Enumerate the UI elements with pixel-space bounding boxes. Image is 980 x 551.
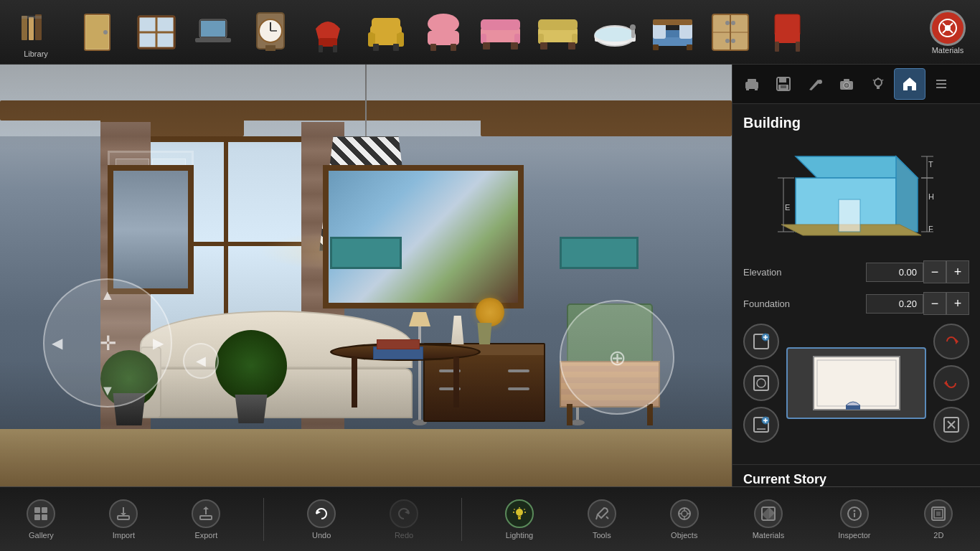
materials-label: Materials — [932, 46, 964, 55]
furniture-clock[interactable] — [244, 7, 298, 57]
inspector-label: Inspector — [838, 531, 870, 540]
svg-point-62 — [731, 39, 735, 43]
svg-rect-34 — [481, 34, 486, 44]
svg-line-86 — [882, 80, 884, 81]
furniture-armchair-yellow[interactable] — [359, 7, 413, 57]
svg-rect-112 — [754, 376, 768, 390]
svg-line-85 — [873, 80, 875, 81]
lighting-button[interactable]: Lighting — [494, 496, 545, 543]
panel-tool-furniture[interactable] — [736, 68, 768, 100]
elevation-increase[interactable]: + — [946, 260, 969, 283]
nav-left[interactable]: ◀ — [52, 334, 62, 352]
furniture-chair-red[interactable] — [301, 7, 355, 57]
elevation-decrease[interactable]: − — [923, 260, 946, 283]
tools-icon — [588, 499, 616, 528]
foundation-input[interactable] — [866, 294, 923, 314]
add-story-button[interactable] — [743, 324, 779, 359]
coffee-table — [330, 343, 481, 422]
furniture-cabinet[interactable] — [703, 7, 757, 57]
svg-rect-25 — [372, 18, 400, 34]
redo-button[interactable]: Redo — [379, 496, 429, 543]
plant-leaves-right — [215, 330, 287, 402]
viewport[interactable]: ✛ ▲ ▼ ◀ ▶ ◀ ⊕ — [0, 65, 732, 486]
nav-right[interactable]: ▶ — [153, 334, 164, 352]
nav-rotate[interactable]: ⊕ — [560, 300, 674, 415]
svg-marker-122 — [956, 339, 958, 344]
panel-tool-light[interactable] — [862, 68, 894, 100]
furniture-sofa-yellow[interactable] — [531, 7, 585, 57]
svg-point-46 — [595, 27, 635, 42]
svg-rect-35 — [514, 34, 520, 44]
objects-icon — [670, 499, 699, 528]
panel-tool-list[interactable] — [925, 68, 957, 100]
gallery-button[interactable]: Gallery — [16, 496, 66, 543]
objects-button[interactable]: Objects — [659, 496, 710, 543]
materials-button[interactable]: Materials — [923, 6, 973, 58]
svg-line-146 — [596, 514, 598, 519]
tools-button[interactable]: Tools — [577, 496, 627, 543]
add-element-button[interactable] — [743, 407, 779, 443]
svg-rect-52 — [679, 23, 692, 39]
rotate-floor-button[interactable] — [933, 324, 969, 359]
export-label: Export — [194, 531, 217, 540]
flip-floor-button[interactable] — [933, 365, 969, 401]
materials-bottom-label: Materials — [753, 531, 785, 540]
wall-art-teal-right — [560, 237, 639, 269]
current-story-title: Current Story — [732, 464, 980, 486]
import-button[interactable]: Import — [98, 496, 149, 543]
nav-zoom-circle[interactable]: ◀ — [183, 343, 219, 379]
panel-tool-home[interactable] — [894, 68, 925, 100]
furniture-door[interactable] — [72, 7, 126, 57]
svg-rect-55 — [687, 44, 692, 50]
chair-leg-1 — [567, 404, 573, 425]
library-button[interactable]: Library — [7, 3, 65, 62]
svg-rect-41 — [572, 34, 578, 44]
svg-text:H: H — [928, 192, 934, 201]
svg-rect-40 — [538, 34, 544, 44]
furniture-window[interactable] — [129, 7, 183, 57]
foundation-label: Foundation — [743, 298, 866, 309]
panel-tool-paint[interactable] — [799, 68, 831, 100]
floor-plan-svg — [806, 351, 907, 415]
svg-point-61 — [725, 39, 730, 43]
svg-rect-21 — [333, 45, 337, 52]
delete-floor-button[interactable] — [933, 407, 969, 443]
elevation-input[interactable] — [866, 263, 923, 282]
story-settings-button[interactable] — [743, 365, 779, 401]
svg-rect-43 — [568, 42, 575, 50]
svg-line-147 — [606, 517, 608, 519]
furniture-dining-chair[interactable] — [760, 7, 814, 57]
inspector-icon — [840, 499, 869, 528]
undo-button[interactable]: Undo — [296, 496, 347, 543]
export-button[interactable]: Export — [181, 496, 231, 543]
furniture-chair-pink[interactable] — [416, 7, 470, 57]
foundation-decrease[interactable]: − — [923, 292, 946, 315]
svg-rect-130 — [42, 514, 47, 520]
panel-tool-save[interactable] — [768, 68, 799, 100]
inspector-button[interactable]: Inspector — [827, 496, 881, 543]
svg-rect-3 — [22, 16, 42, 19]
2d-button[interactable]: 2D — [913, 496, 963, 543]
room-scene: ✛ ▲ ▼ ◀ ▶ ◀ ⊕ — [0, 65, 732, 486]
svg-rect-72 — [755, 88, 758, 90]
nav-arrows[interactable]: ✛ ▲ ▼ ◀ ▶ — [43, 278, 172, 408]
building-diagram: T H E F — [743, 142, 969, 250]
svg-marker-137 — [316, 510, 321, 514]
nav-up[interactable]: ▲ — [100, 287, 115, 303]
svg-point-48 — [630, 24, 636, 30]
materials-bottom-button[interactable]: Materials — [742, 496, 796, 543]
flowers — [476, 298, 504, 344]
svg-rect-134 — [200, 516, 212, 519]
furniture-sofa-pink[interactable] — [473, 7, 527, 57]
furniture-bed[interactable] — [646, 7, 699, 57]
furniture-laptop[interactable] — [187, 7, 240, 57]
svg-rect-27 — [393, 44, 399, 51]
nav-down[interactable]: ▼ — [100, 382, 115, 399]
foundation-increase[interactable]: + — [946, 292, 969, 315]
nav-rotate-icon: ⊕ — [608, 345, 626, 370]
furniture-bathtub[interactable] — [588, 7, 642, 57]
floor-plan-preview[interactable] — [786, 347, 926, 419]
chair-leg-2 — [647, 404, 653, 425]
panel-tool-camera[interactable] — [831, 68, 862, 100]
svg-rect-129 — [34, 514, 40, 520]
